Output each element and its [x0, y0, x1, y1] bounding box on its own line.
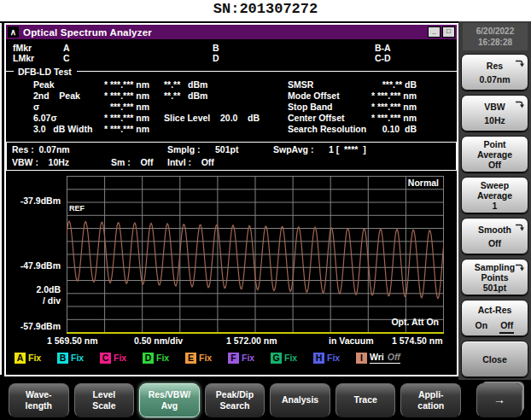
window-titlebar: ∧ Optical Spectrum Analyzer _ □: [6, 25, 457, 39]
sampling-status: Smplg : 501pt: [167, 144, 238, 155]
trace-i-box: I: [356, 353, 367, 364]
datetime-display: 6/20/2022 16:28:28: [463, 23, 528, 50]
fmkr-b: B: [213, 43, 219, 53]
param-row-peak: Peak * ***.*** nm **.** dBm SMSR ***.** …: [6, 79, 457, 90]
trace-c: C Fix: [100, 353, 143, 364]
y-scale-per-div: 2.0dB: [6, 284, 61, 295]
instrument-screen: ∧ Optical Spectrum Analyzer _ □ fMkr A B…: [0, 21, 531, 420]
right-arrow-icon: →: [477, 394, 522, 405]
point-average-button[interactable]: Point Average Off: [461, 136, 528, 172]
sigma-label: σ: [33, 102, 39, 112]
peak-level: **.** dBm: [164, 79, 207, 90]
main-menu-panel: Wave- length Level Scale Res/VBW/ Avg Pe…: [0, 380, 531, 420]
lmkr-cd: C-D: [375, 53, 391, 63]
fmkr-label: fMkr: [13, 43, 32, 53]
analysis-menu-button[interactable]: Analysis: [270, 383, 330, 417]
wavelength-menu-button[interactable]: Wave- length: [9, 383, 69, 417]
mode-offset-label: Mode Offset: [288, 90, 340, 101]
plot-area: Normal REF Opt. Att On: [67, 176, 444, 334]
res-vbw-avg-menu-button[interactable]: Res/VBW/ Avg: [139, 383, 200, 417]
time-text: 16:28:28: [463, 37, 528, 48]
close-button[interactable]: Close: [461, 341, 528, 377]
stop-band-label: Stop Band: [288, 102, 333, 112]
legend-rule-left: [6, 71, 14, 72]
param-row-db-width: 3.0 dB Width * ***.*** nm Search Resolut…: [6, 124, 457, 135]
trace-a-box: A: [15, 353, 26, 364]
serial-number: SN:201307272: [0, 1, 531, 20]
param-row-sigma: σ ***.*** nm Stop Band * ***.*** nm: [6, 102, 457, 113]
x-label-stop: 1 574.50 nm: [392, 335, 443, 346]
spectrum-graph: -37.9dBm -47.9dBm 2.0dB / div -57.9dBm N…: [6, 176, 457, 348]
date-text: 6/20/2022: [463, 26, 528, 37]
trace-d: D Fix: [143, 353, 185, 364]
sigma-value: ***.*** nm: [40, 102, 149, 112]
analysis-parameters: Peak * ***.*** nm **.** dBm SMSR ***.** …: [6, 79, 457, 137]
y-scale-per-div-2: / div: [6, 295, 61, 306]
db-width-value: * ***.*** nm: [40, 124, 149, 134]
recall-arrow-icon: [515, 262, 524, 273]
act-res-on: On: [476, 318, 488, 334]
trace-a: A Fix: [15, 353, 57, 364]
lmkr-label: LMkr: [13, 53, 34, 63]
second-peak-level: **.** dBm: [164, 90, 207, 101]
param-row-2nd-peak: 2nd Peak * ***.*** nm **.** dBm Mode Off…: [6, 90, 457, 102]
osa-window: ∧ Optical Spectrum Analyzer _ □ fMkr A B…: [4, 23, 458, 376]
trace-menu-button[interactable]: Trace: [336, 383, 396, 417]
x-label-start: 1 569.50 nm: [47, 335, 98, 346]
res-button[interactable]: Res 0.07nm: [461, 54, 528, 90]
smooth-status: Sm : Off: [111, 157, 154, 167]
recall-arrow-icon: [515, 221, 524, 235]
interval-status: Intvl : Off: [167, 157, 214, 167]
anritsu-logo-icon: ∧: [8, 26, 19, 38]
lmkr-c: C: [63, 53, 70, 63]
sampling-points-button[interactable]: Sampling Points 501pt: [461, 259, 528, 295]
y-label-ref: -37.9dBm: [6, 195, 61, 206]
optical-attenuator-status: Opt. Att On: [391, 317, 439, 327]
marker-row-level: LMkr C D C-D: [6, 53, 457, 63]
trace-mode-label: Normal: [408, 178, 439, 188]
y-label-bottom: -57.9dBm: [6, 321, 61, 331]
center-offset-label: Center Offset: [288, 113, 345, 123]
trace-h: H Fix: [313, 353, 356, 364]
lmkr-d: D: [213, 53, 219, 63]
application-menu-button[interactable]: Appli- cation: [400, 383, 461, 417]
recall-arrow-icon: [515, 57, 524, 71]
trace-i-active: I Wri Off: [356, 352, 400, 364]
sweep-average-button[interactable]: Sweep Average 1: [461, 177, 528, 213]
trace-legend-row: A Fix B Fix C Fix D Fix E Fix: [6, 351, 457, 365]
level-scale-menu-button[interactable]: Level Scale: [74, 383, 135, 417]
vbw-button[interactable]: VBW 10Hz: [461, 95, 528, 131]
trace-e-box: E: [185, 353, 196, 364]
vbw-status: VBW : 10Hz: [12, 157, 69, 167]
slice-level: Slice Level 20.0 dB: [164, 113, 260, 123]
trace-g: G Fix: [271, 353, 313, 364]
peak-dip-search-menu-button[interactable]: Peak/Dip Search: [205, 383, 266, 417]
smooth-button[interactable]: Smooth Off: [461, 218, 528, 254]
next-page-button[interactable]: →: [476, 383, 522, 417]
fmkr-ba: B-A: [375, 43, 391, 53]
test-section-legend: DFB-LD Test: [6, 66, 457, 77]
minimize-button[interactable]: _: [428, 26, 441, 38]
mode-offset-value: * ***.*** nm: [343, 90, 417, 101]
ref-level-label: REF: [69, 204, 85, 213]
search-resolution-value: 0.10 dB: [343, 124, 417, 134]
trace-b-box: B: [57, 353, 68, 364]
x-label-per-div: 0.50 nm/div: [134, 335, 183, 346]
function-key-panel: 6/20/2022 16:28:28 Res 0.07nm VBW 10Hz: [458, 21, 531, 380]
trace-c-box: C: [100, 353, 111, 364]
second-peak-wavelength: * ***.*** nm: [40, 90, 149, 101]
sweep-status-box: Res : 0.07nm Smplg : 501pt SwpAvg : 1 [ …: [6, 142, 457, 171]
test-section-title: DFB-LD Test: [18, 67, 72, 77]
six-sigma-value: * ***.*** nm: [40, 113, 149, 123]
plot-svg: [67, 176, 444, 334]
act-res-button[interactable]: Act-Res On Off: [461, 300, 528, 336]
y-label-mid: -47.9dBm: [6, 260, 61, 271]
peak-wavelength: * ***.*** nm: [40, 79, 149, 90]
window-title: Optical Spectrum Analyzer: [23, 27, 152, 38]
recall-arrow-icon: [515, 98, 524, 112]
maximize-button[interactable]: □: [442, 26, 455, 38]
trace-g-box: G: [271, 353, 282, 364]
trace-e: E Fix: [185, 353, 228, 364]
param-row-6sigma: 6.07σ * ***.*** nm Slice Level 20.0 dB C…: [6, 113, 457, 124]
sweep-average-status: SwpAvg : 1 [ **** ]: [273, 144, 366, 155]
